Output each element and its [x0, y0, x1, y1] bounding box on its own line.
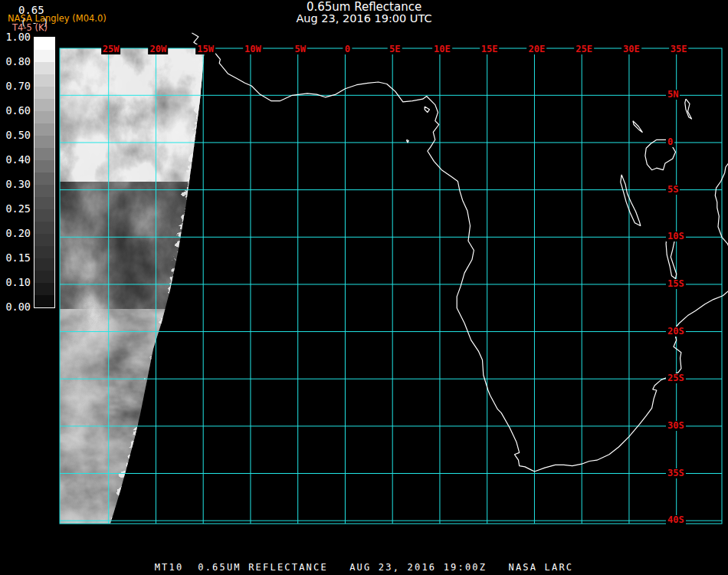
title-block: 0.65um Reflectance Aug 23, 2016 19:00 UT…: [0, 2, 728, 25]
colorbar-tick-label: 0.15: [0, 251, 31, 264]
colorbar-tick-label: 0.40: [0, 153, 31, 166]
map-canvas: [0, 0, 728, 575]
lat-label-5S: 5S: [666, 185, 680, 195]
colorbar-segment: [34, 234, 54, 246]
coastline-path: [425, 107, 429, 112]
colorbar-tick-label: 0.00: [0, 301, 31, 313]
colorbar-segment: [34, 258, 54, 271]
lat-label-0: 0: [666, 137, 674, 147]
coastline-path: [621, 175, 641, 226]
colorbar-segment: [34, 283, 54, 295]
colorbar-tick-label: 1.00: [0, 31, 31, 43]
coastlines: [192, 33, 728, 472]
lon-label-10W: 10W: [243, 44, 263, 54]
satellite-quicklook-page: 0.65um Reflectance Aug 23, 2016 19:00 UT…: [0, 0, 728, 575]
lon-label-25W: 25W: [101, 44, 121, 54]
lon-label-5W: 5W: [293, 44, 307, 54]
lon-label-15W: 15W: [195, 44, 215, 54]
colorbar-segment: [34, 148, 54, 160]
lon-label-20W: 20W: [149, 44, 169, 54]
colorbar-segment: [34, 38, 54, 50]
lat-label-40S: 40S: [666, 515, 686, 525]
lon-label-30E: 30E: [621, 44, 641, 54]
colorbar-segment: [34, 123, 54, 136]
reflectance-colorbar: [34, 37, 55, 308]
colorbar-segment: [34, 136, 54, 148]
lon-label-0: 0: [343, 44, 352, 54]
colorbar-tick-label: 0.80: [0, 55, 31, 67]
lon-label-35E: 35E: [669, 44, 689, 54]
colorbar-segment: [34, 99, 54, 111]
lat-label-20S: 20S: [666, 327, 686, 337]
colorbar-segment: [34, 50, 54, 62]
satellite-swath-imagery: [46, 42, 222, 533]
lon-label-15E: 15E: [480, 44, 500, 54]
colorbar-tick-label: 0.25: [0, 202, 31, 215]
lon-label-25E: 25E: [574, 44, 594, 54]
colorbar-tick-label: 0.60: [0, 104, 31, 117]
lat-label-25S: 25S: [666, 373, 686, 383]
colorbar-segment: [34, 62, 54, 74]
page-title: 0.65um Reflectance: [0, 2, 728, 13]
colorbar-segment: [34, 246, 54, 258]
page-subtitle-timestamp: Aug 23, 2016 19:00 UTC: [0, 13, 728, 25]
colorbar-segment: [34, 172, 54, 185]
coastline-path: [633, 121, 642, 133]
colorbar-tick-label: 0.30: [0, 178, 31, 190]
colorbar-tick-label: 0.20: [0, 227, 31, 239]
colorbar-tick-label: 0.10: [0, 276, 31, 288]
colorbar-segment: [34, 271, 54, 283]
colorbar-tick-label: 0.50: [0, 129, 31, 141]
lon-label-20E: 20E: [527, 44, 547, 54]
lat-label-35S: 35S: [666, 468, 686, 478]
colorbar-segment: [34, 222, 54, 234]
colorbar-segment: [34, 209, 54, 222]
lat-label-15S: 15S: [666, 279, 686, 289]
colorbar-segment: [34, 111, 54, 123]
lon-label-5E: 5E: [388, 44, 402, 54]
footer-caption: MT10 0.65UM REFLECTANCE AUG 23, 2016 19:…: [0, 562, 728, 573]
colorbar-segment: [34, 74, 54, 87]
colorbar-segment: [34, 87, 54, 99]
colorbar-segment: [34, 197, 54, 209]
coastline-path: [192, 33, 728, 472]
lat-label-5N: 5N: [666, 90, 680, 100]
lat-label-30S: 30S: [666, 421, 686, 431]
coastline-path: [685, 99, 692, 119]
colorbar-segment: [34, 185, 54, 197]
lon-label-10E: 10E: [432, 44, 452, 54]
colorbar-segment: [34, 295, 54, 307]
colorbar-segment: [34, 160, 54, 172]
lat-label-10S: 10S: [666, 232, 686, 242]
coastline-path: [407, 140, 409, 143]
colorbar-tick-label: 0.70: [0, 80, 31, 92]
